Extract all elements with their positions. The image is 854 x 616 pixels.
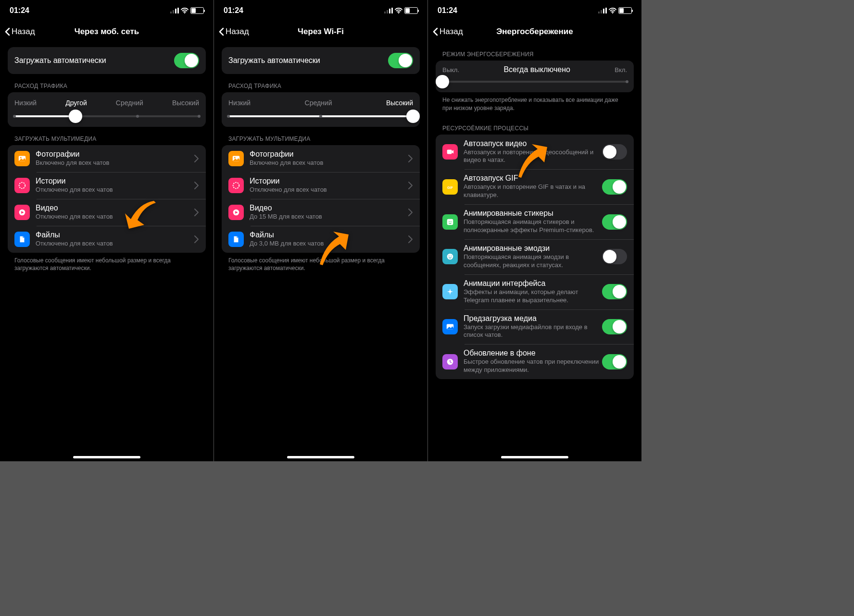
video-icon (14, 205, 30, 220)
animated-stickers-toggle[interactable] (602, 214, 627, 230)
home-indicator[interactable] (73, 456, 140, 458)
mode-header: РЕЖИМ ЭНЕРГОСБЕРЕЖЕНИЯ (436, 42, 634, 61)
row-files[interactable]: ФайлыОтключено для всех чатов (8, 226, 206, 253)
chevron-right-icon (406, 208, 413, 217)
traffic-header: РАСХОД ТРАФИКА (222, 74, 420, 92)
autoplay-gif-toggle[interactable] (602, 179, 627, 195)
gif-icon: GIF (442, 179, 458, 195)
clock-icon (442, 354, 458, 370)
row-interface-animations[interactable]: Анимации интерфейсаЭффекты и анимации, к… (436, 274, 634, 309)
proc-header: РЕСУРСОЁМКИЕ ПРОЦЕССЫ (436, 116, 634, 135)
row-preload-media[interactable]: Предзагрузка медиаЗапуск загрузки медиаф… (436, 309, 634, 345)
stories-icon (14, 178, 30, 193)
row-background-refresh[interactable]: Обновление в фонеБыстрое обновление чато… (436, 344, 634, 379)
autoplay-video-toggle[interactable] (602, 144, 627, 160)
chevron-right-icon (406, 181, 413, 190)
row-files[interactable]: ФайлыДо 3,0 MB для всех чатов (222, 226, 420, 253)
row-stories[interactable]: ИсторииОтключено для всех чатов (8, 172, 206, 199)
svg-point-7 (19, 183, 25, 189)
wifi-icon (609, 8, 616, 13)
auto-download-label: Загружать автоматически (14, 56, 174, 65)
battery-icon: 38 (190, 7, 204, 14)
back-button[interactable]: Назад (218, 27, 249, 37)
slider-label-low: Низкий (228, 99, 251, 107)
screen-wifi: 01:24 38 Назад Через Wi-Fi Загружать авт… (214, 0, 427, 461)
chevron-right-icon (192, 181, 199, 190)
photo-icon (14, 151, 30, 166)
status-bar: 01:24 38 (428, 0, 641, 21)
svg-point-11 (233, 183, 239, 189)
power-off-label: Выкл. (442, 66, 459, 74)
traffic-slider[interactable]: Низкий Средний Высокий (222, 92, 420, 127)
video-icon (228, 205, 244, 220)
status-bar: 01:24 38 (214, 0, 427, 21)
preload-icon (442, 319, 458, 334)
animated-emoji-toggle[interactable] (602, 249, 627, 264)
slider-label-high: Высокий (386, 99, 413, 107)
svg-point-10 (234, 157, 236, 159)
media-footer: Голосовые сообщения имеют небольшой разм… (8, 253, 206, 277)
wifi-icon (181, 8, 188, 13)
status-bar: 01:24 38 (0, 0, 214, 21)
preload-media-toggle[interactable] (602, 319, 627, 334)
svg-point-18 (447, 254, 453, 260)
row-autoplay-gif[interactable]: GIF Автозапуск GIFАвтозапуск и повторени… (436, 169, 634, 204)
row-photos[interactable]: ФотографииВключено для всех чатов (8, 145, 206, 172)
nav-bar: Назад Энергосбережение (428, 21, 641, 42)
media-footer: Голосовые сообщения имеют небольшой разм… (222, 253, 420, 277)
power-state-label: Всегда выключено (503, 65, 570, 74)
svg-text:GIF: GIF (447, 185, 453, 189)
svg-rect-15 (447, 219, 453, 225)
status-time: 01:24 (438, 6, 457, 15)
stories-icon (228, 178, 244, 193)
auto-download-toggle[interactable] (174, 53, 199, 68)
row-video[interactable]: ВидеоДо 15 MB для всех чатов (222, 199, 420, 226)
svg-point-17 (451, 221, 452, 222)
mode-footer: Не снижать энергопотребление и показыват… (436, 92, 634, 116)
power-slider-thumb[interactable] (436, 75, 449, 88)
svg-point-6 (20, 157, 22, 159)
back-label: Назад (226, 27, 249, 37)
row-animated-emoji[interactable]: Анимированные эмодзиПовторяющаяся анимац… (436, 239, 634, 274)
screen-cellular: 01:24 38 Назад Через моб. сеть Загружать… (0, 0, 214, 461)
sticker-icon (442, 214, 458, 230)
row-stories[interactable]: ИсторииОтключено для всех чатов (222, 172, 420, 199)
auto-download-label: Загружать автоматически (228, 56, 388, 65)
slider-label-other: Другой (65, 99, 87, 107)
interface-animations-toggle[interactable] (602, 284, 627, 299)
status-time: 01:24 (224, 6, 243, 15)
auto-download-row[interactable]: Загружать автоматически (8, 47, 206, 74)
back-label: Назад (440, 27, 463, 37)
signal-icon (598, 8, 607, 13)
back-button[interactable]: Назад (4, 27, 35, 37)
auto-download-row[interactable]: Загружать автоматически (222, 47, 420, 74)
svg-point-19 (449, 256, 450, 257)
background-refresh-toggle[interactable] (602, 354, 627, 370)
wifi-icon (395, 8, 402, 13)
power-slider[interactable]: Выкл. Всегда выключено Вкл. (436, 61, 634, 92)
file-icon (228, 232, 244, 247)
battery-icon: 38 (404, 7, 418, 14)
row-animated-stickers[interactable]: Анимированные стикерыПовторяющаяся анима… (436, 204, 634, 239)
back-label: Назад (12, 27, 35, 37)
slider-thumb[interactable] (406, 110, 420, 123)
file-icon (14, 232, 30, 247)
home-indicator[interactable] (501, 456, 568, 458)
slider-label-medium: Средний (305, 99, 332, 107)
auto-download-toggle[interactable] (388, 53, 413, 68)
chevron-right-icon (192, 154, 199, 163)
media-header: ЗАГРУЖАТЬ МУЛЬТИМЕДИА (8, 127, 206, 145)
home-indicator[interactable] (287, 456, 354, 458)
back-button[interactable]: Назад (432, 27, 463, 37)
svg-point-20 (451, 256, 452, 257)
photo-icon (228, 151, 244, 166)
chevron-right-icon (406, 154, 413, 163)
slider-thumb[interactable] (69, 110, 82, 123)
sparkle-icon (442, 284, 458, 299)
battery-icon: 38 (618, 7, 632, 14)
slider-label-high: Высокий (172, 99, 199, 107)
row-autoplay-video[interactable]: Автозапуск видеоАвтозапуск и повторение … (436, 135, 634, 170)
row-video[interactable]: ВидеоОтключено для всех чатов (8, 199, 206, 226)
traffic-slider[interactable]: Низкий Другой Средний Высокий (8, 92, 206, 127)
row-photos[interactable]: ФотографииВключено для всех чатов (222, 145, 420, 172)
